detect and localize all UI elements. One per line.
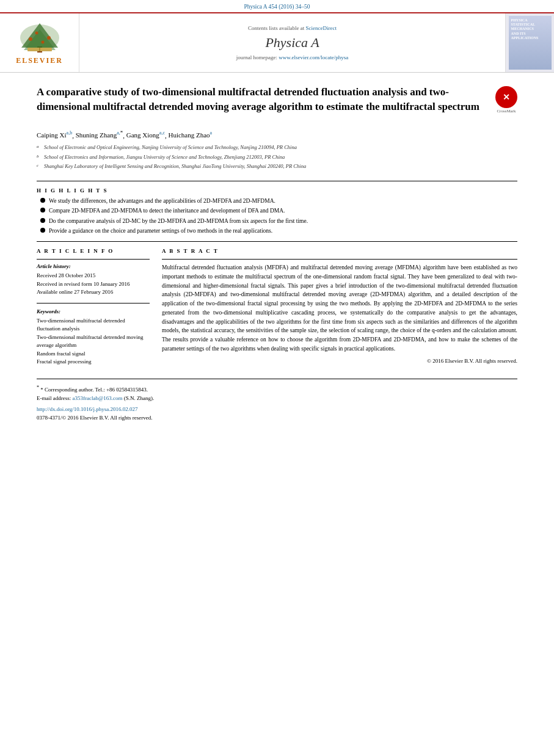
footer-section: * * Corresponding author. Tel.: +86 0258… (37, 379, 517, 428)
bullet-icon (40, 228, 45, 233)
keyword-1: Two-dimensional multifractal detrended f… (37, 317, 150, 333)
info-divider (37, 259, 150, 260)
highlights-title: H I G H L I G H T S (37, 187, 517, 194)
author-1: Caiping Xia,b (37, 131, 72, 139)
journal-thumbnail: PHYSICASTATISTICALMECHANICSAND ITSAPPLIC… (505, 13, 554, 72)
crossmark-icon: ✕ (495, 86, 517, 108)
abstract-text: Multifractal detrended fluctuation analy… (162, 263, 517, 353)
highlight-item-3: Do the comparative analysis of 2D-MC by … (40, 217, 517, 225)
author-2: Shuning Zhanga,* (76, 131, 123, 139)
journal-name: Physica A (265, 35, 319, 51)
citation: Physica A 454 (2016) 34–50 (244, 4, 310, 10)
history-item-1: Received 28 October 2015 (37, 272, 150, 280)
journal-center: Contents lists available at ScienceDirec… (79, 13, 505, 72)
affil-a: School of Electronic and Optical Enginee… (44, 144, 297, 152)
keywords-divider (37, 303, 150, 303)
svg-point-5 (47, 36, 51, 40)
history-item-2: Received in revised form 10 January 2016 (37, 280, 150, 289)
article-info-column: A R T I C L E I N F O Article history: R… (37, 248, 150, 366)
author-3: Gang Xionga,c (126, 131, 165, 139)
highlights-section: H I G H L I G H T S We study the differe… (37, 187, 517, 235)
bullet-icon (40, 198, 45, 203)
highlights-top-divider (37, 181, 517, 181)
keyword-3: Random fractal signal (37, 350, 150, 358)
highlight-item-4: Provide a guidance on the choice and par… (40, 227, 517, 235)
history-label: Article history: (37, 263, 150, 269)
doi-link[interactable]: http://dx.doi.org/10.1016/j.physa.2016.0… (37, 406, 138, 412)
highlight-item-2: Compare 2D-MFDFA and 2D-MFDMA to detect … (40, 207, 517, 215)
elsevier-label: ELSEVIER (16, 56, 63, 65)
issn-line: 0378-4371/© 2016 Elsevier B.V. All right… (37, 415, 152, 421)
crossmark-badge: ✕ CrossMark (495, 86, 517, 114)
highlights-bottom-divider (37, 241, 517, 242)
sciencedirect-link[interactable]: ScienceDirect (306, 25, 337, 31)
homepage-url[interactable]: www.elsevier.com/locate/physa (279, 54, 348, 60)
bullet-icon (40, 218, 45, 223)
svg-point-6 (35, 31, 38, 34)
author-4: Huichang Zhaoa (168, 131, 212, 139)
elsevier-tree-icon (15, 21, 64, 54)
journal-header: ELSEVIER Contents lists available at Sci… (0, 12, 554, 73)
bullet-icon (40, 208, 45, 213)
abstract-title: A B S T R A C T (162, 248, 517, 254)
journal-homepage: journal homepage: www.elsevier.com/locat… (236, 54, 348, 60)
corresponding-note: * * Corresponding author. Tel.: +86 0258… (37, 387, 148, 393)
abstract-column: A B S T R A C T Multifractal detrended f… (162, 248, 517, 366)
authors-line: Caiping Xia,b, Shuning Zhanga,*, Gang Xi… (37, 130, 517, 139)
top-bar: Physica A 454 (2016) 34–50 (0, 0, 554, 12)
svg-point-4 (29, 37, 32, 41)
article-title: A comparative study of two-dimensional m… (37, 85, 517, 114)
contents-line: Contents lists available at ScienceDirec… (248, 25, 337, 31)
crossmark-label: CrossMark (495, 109, 517, 114)
article-history: Article history: Received 28 October 201… (37, 263, 150, 297)
copyright: © 2016 Elsevier B.V. All rights reserved… (162, 358, 517, 364)
article-info-title: A R T I C L E I N F O (37, 248, 150, 254)
email-link[interactable]: a353fraclab@163.com (72, 395, 122, 401)
keywords-label: Keywords: (37, 308, 150, 314)
keyword-4: Fractal signal processing (37, 358, 150, 366)
affil-b: School of Electronics and Information, J… (44, 153, 285, 162)
abstract-divider (162, 259, 517, 260)
history-item-3: Available online 27 February 2016 (37, 288, 150, 297)
thumbnail-text: PHYSICASTATISTICALMECHANICSAND ITSAPPLIC… (511, 18, 539, 40)
keyword-2: Two-dimensional multifractal detrended m… (37, 333, 150, 350)
highlights-list: We study the differences, the advantages… (37, 197, 517, 235)
svg-point-7 (41, 40, 44, 43)
affil-c: Shanghai Key Laboratory of Intelligent S… (44, 162, 306, 171)
email-label: E-mail address: a353fraclab@163.com (S.N… (37, 395, 154, 401)
keywords-section: Keywords: Two-dimensional multifractal d… (37, 308, 150, 366)
elsevier-logo: ELSEVIER (0, 13, 79, 72)
affiliations: a School of Electronic and Optical Engin… (37, 144, 517, 171)
highlight-item-1: We study the differences, the advantages… (40, 197, 517, 205)
